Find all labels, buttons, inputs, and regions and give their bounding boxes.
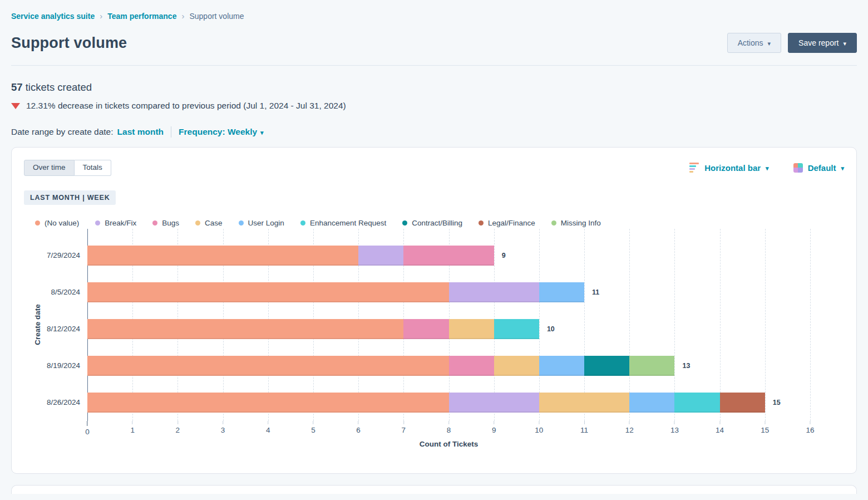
legend-item-missing-info[interactable]: Missing Info <box>551 219 601 227</box>
legend-item-bugs[interactable]: Bugs <box>152 219 179 227</box>
color-theme-icon <box>793 163 803 173</box>
x-tick-label: 5 <box>311 426 315 434</box>
x-tick-label: 3 <box>221 426 225 434</box>
x-axis: 012345678910111213141516 <box>87 421 810 437</box>
chevron-down-icon: ▾ <box>768 41 771 47</box>
x-tick: 5 <box>311 421 315 434</box>
legend-item-legal-finance[interactable]: Legal/Finance <box>479 219 535 227</box>
x-tick: 16 <box>806 421 814 434</box>
color-theme-label: Default <box>808 163 836 173</box>
bar-total-label: 11 <box>584 288 599 296</box>
actions-button[interactable]: Actions ▾ <box>727 33 781 53</box>
x-tick-label: 16 <box>806 426 814 434</box>
bar-segment[interactable] <box>87 393 449 413</box>
filters-bar: Date range by create date: Last month Fr… <box>0 126 868 138</box>
legend-dot-icon <box>300 220 305 226</box>
save-report-button-label: Save report <box>798 39 839 47</box>
x-tick-label: 10 <box>535 426 543 434</box>
bar-total-label: 10 <box>539 325 555 333</box>
page-title: Support volume <box>11 35 127 52</box>
x-tick: 13 <box>670 421 679 434</box>
bar-segment[interactable] <box>539 393 629 413</box>
date-range-value[interactable]: Last month <box>117 127 164 137</box>
breadcrumb-link[interactable]: Team performance <box>107 12 176 21</box>
x-tick-label: 0 <box>85 428 90 436</box>
summary-section: 57 tickets created 12.31% decrease in ti… <box>0 81 868 111</box>
breadcrumb-current: Support volume <box>189 12 244 21</box>
frequency-label: Frequency: Weekly <box>179 127 257 136</box>
bar-segment[interactable] <box>449 319 494 339</box>
header-divider <box>11 65 857 66</box>
legend-item-contract-billing[interactable]: Contract/Billing <box>402 219 462 227</box>
bar-segment[interactable] <box>403 246 494 266</box>
bar-segment[interactable] <box>539 356 584 376</box>
bar-segment[interactable] <box>87 282 449 302</box>
legend-item--no-value-[interactable]: (No value) <box>35 219 79 227</box>
breadcrumb-link[interactable]: Service analytics suite <box>11 12 95 21</box>
legend-label: Legal/Finance <box>488 219 535 227</box>
legend-dot-icon <box>551 220 556 226</box>
change-indicator: 12.31% decrease in tickets compared to p… <box>11 101 857 111</box>
breadcrumb-separator: › <box>100 11 102 21</box>
x-tick-label: 11 <box>580 426 588 434</box>
x-tick-mark <box>539 421 539 424</box>
bar-segment[interactable] <box>449 356 494 376</box>
bar-segment[interactable] <box>629 356 674 376</box>
legend-dot-icon <box>152 220 157 226</box>
bar-segment[interactable] <box>584 356 629 376</box>
header-buttons: Actions ▾ Save report ▾ <box>727 33 857 53</box>
legend-item-case[interactable]: Case <box>195 219 223 227</box>
bar-segment[interactable] <box>720 393 765 413</box>
bar-segment[interactable] <box>403 319 448 339</box>
x-tick-label: 9 <box>492 426 496 434</box>
chart-type-label: Horizontal bar <box>704 163 761 173</box>
bar-segment[interactable] <box>87 319 403 339</box>
x-tick: 3 <box>221 421 225 434</box>
breadcrumb: Service analytics suite›Team performance… <box>0 0 868 21</box>
legend-item-enhancement-request[interactable]: Enhancement Request <box>300 219 386 227</box>
x-tick-mark <box>674 421 675 424</box>
x-tick: 8 <box>447 421 451 434</box>
chart-type-dropdown[interactable]: Horizontal bar ▾ <box>689 163 768 173</box>
bar-segment[interactable] <box>358 246 403 266</box>
tab-over-time[interactable]: Over time <box>24 160 75 176</box>
bar-segment[interactable] <box>87 246 358 266</box>
bar-segment[interactable] <box>449 282 539 302</box>
x-tick-label: 1 <box>130 426 135 434</box>
legend-item-break-fix[interactable]: Break/Fix <box>95 219 136 227</box>
page: Service analytics suite›Team performance… <box>0 0 868 494</box>
bar-track: 11 <box>87 282 810 302</box>
color-theme-dropdown[interactable]: Default ▾ <box>793 163 844 173</box>
bar-segment[interactable] <box>449 393 539 413</box>
bar-track: 10 <box>87 319 810 339</box>
x-tick-mark <box>132 421 133 424</box>
bar-segment[interactable] <box>494 356 539 376</box>
x-tick-mark <box>765 421 765 424</box>
bar-segment[interactable] <box>674 393 719 413</box>
y-tick-label: 8/26/2024 <box>24 398 87 406</box>
legend-dot-icon <box>239 220 244 226</box>
legend-dot-icon <box>479 220 484 226</box>
view-tabs: Over timeTotals <box>24 160 111 176</box>
legend-dot-icon <box>195 220 200 226</box>
x-tick: 11 <box>580 421 588 434</box>
save-report-button[interactable]: Save report ▾ <box>788 33 857 53</box>
legend-label: Break/Fix <box>105 219 136 227</box>
legend-dot-icon <box>35 220 40 226</box>
frequency-dropdown[interactable]: Frequency: Weekly▾ <box>179 127 264 137</box>
bar-segment[interactable] <box>87 356 449 376</box>
y-tick-label: 7/29/2024 <box>24 251 87 259</box>
x-tick-label: 8 <box>447 426 451 434</box>
x-tick-label: 13 <box>670 426 679 434</box>
bar-segment[interactable] <box>539 282 584 302</box>
bar-segment[interactable] <box>629 393 674 413</box>
bar-track: 15 <box>87 393 810 413</box>
bar-segment[interactable] <box>494 319 539 339</box>
legend-item-user-login[interactable]: User Login <box>239 219 284 227</box>
x-tick-label: 12 <box>625 426 634 434</box>
x-tick-label: 7 <box>402 426 406 434</box>
x-tick-mark <box>810 421 811 424</box>
tickets-created-metric: 57 tickets created <box>11 81 857 94</box>
tab-totals[interactable]: Totals <box>75 160 111 176</box>
x-tick: 7 <box>402 421 406 434</box>
